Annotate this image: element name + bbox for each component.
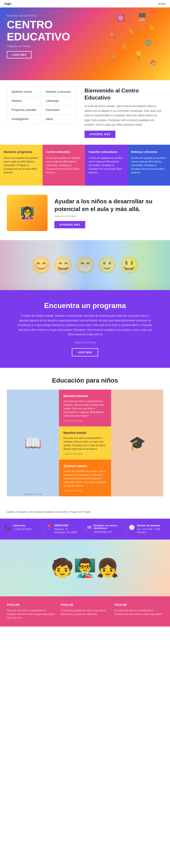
mission-credit: Imágenes de Freepik bbox=[63, 453, 107, 455]
large-image-icon: 🧒👨‍🏫👧 bbox=[51, 557, 119, 579]
info-item-0: 📞 Llama hoy +1 (234) 567-8910 bbox=[2, 524, 44, 534]
who-title: Quienes somos bbox=[63, 464, 107, 468]
nav-table-cell[interactable]: Historia bbox=[7, 96, 41, 105]
info-content-0: Llama hoy +1 (234) 567-8910 bbox=[13, 524, 32, 531]
history-credit: Imágenes de Freepik bbox=[63, 420, 107, 422]
info-icon-0: 📞 bbox=[4, 525, 11, 530]
mission-text: Duis aute irure dolor in reprehenderit i… bbox=[63, 436, 107, 451]
potential-subtitle: Imágenes de Freepik bbox=[54, 215, 163, 217]
search-icon: 🔍 bbox=[110, 32, 116, 38]
bottom-text-section: pariatur. Excepteur sint occaecat cupida… bbox=[0, 505, 170, 519]
program-title-0: Nuestros programas bbox=[4, 150, 39, 154]
logo: logo bbox=[4, 2, 11, 5]
find-program-subtitle: Imágenes de Freepja bbox=[7, 341, 163, 344]
program-title-1: Centro educativo bbox=[46, 150, 82, 154]
welcome-btn[interactable]: APRENDE MÁS bbox=[85, 131, 115, 138]
info-icon-2: ✉ bbox=[87, 525, 91, 530]
mission-title: Nuestra misión bbox=[63, 431, 107, 435]
find-program-text: A través de nuestro trabajo, estamos con… bbox=[17, 313, 153, 337]
nav-table-section: Quiénes somosNoticias y recursosHistoria… bbox=[0, 80, 170, 145]
edu-image-right: 🎓 bbox=[111, 390, 163, 496]
hero-title: CENTROEDUCATIVO bbox=[7, 19, 70, 43]
program-card-0: Nuestros programas Ut enim ad cupidatat … bbox=[0, 145, 43, 186]
hero-subtitle: Imágenes de Freepik bbox=[7, 45, 52, 48]
program-text-2: Ut enim ad cupidatat non proident, sunt … bbox=[89, 156, 124, 175]
find-program-btn[interactable]: LEER MÁS bbox=[72, 348, 98, 356]
welcome-text: Ut enim ad minim veniam, quis nostrud ex… bbox=[85, 104, 163, 127]
pencil-icon: ✏️ bbox=[128, 28, 134, 34]
footer-title-col3: TITULAR bbox=[114, 603, 163, 607]
education-section: Educación para niños 📖 Imágenes de Freep… bbox=[0, 368, 170, 505]
book-icon: 📚 bbox=[150, 60, 157, 66]
program-text-1: Ut enim ad cupidatat non proident, sunt … bbox=[46, 156, 82, 175]
potential-btn[interactable]: APRENDE MÁS bbox=[54, 221, 85, 228]
lightbulb-icon: 💡 bbox=[134, 51, 143, 59]
history-title: Nuestra historia bbox=[63, 394, 107, 398]
program-text-0: Ut enim ad cupidatat non proident, sunt … bbox=[4, 156, 39, 175]
potential-title: Ayudar a los niños a desarrollar su pote… bbox=[54, 198, 163, 213]
info-value-2: info@sample.com bbox=[94, 530, 124, 534]
programs-section: Nuestros programas Ut enim ad cupidatat … bbox=[0, 145, 170, 186]
nav-table-cell[interactable]: Ideas bbox=[41, 115, 75, 124]
teacher-icon: 👩‍🏫 bbox=[20, 206, 34, 219]
potential-image: 👩‍🏫 bbox=[7, 195, 48, 231]
info-icon-3: 🕐 bbox=[129, 525, 135, 530]
info-content-1: DIRECCIÓN Alejandro, 12Washington DC 228… bbox=[54, 524, 77, 534]
info-content-2: Envíanos un correo electrónico info@samp… bbox=[94, 524, 124, 534]
flask-icon: 🧪 bbox=[110, 55, 116, 61]
monitor-icon: 🖥️ bbox=[137, 12, 147, 22]
nav-table-cell[interactable]: Educación bbox=[41, 105, 75, 115]
history-text: Duis aute irure dolor in reprehenderit i… bbox=[63, 400, 107, 418]
find-program-section: Encuentra un programa A través de nuestr… bbox=[0, 290, 170, 368]
nav-table-cell[interactable]: Proyectos actuales bbox=[7, 105, 41, 115]
program-card-2: Soporte comunitario Ut enim ad cupidatat… bbox=[85, 145, 128, 186]
program-title-2: Soporte comunitario bbox=[89, 150, 124, 154]
who-text: Ut enim ad cupidatat non proident, sunt … bbox=[63, 470, 107, 488]
site-footer: TITULAR Duis aute irure dolor in reprehe… bbox=[0, 596, 170, 626]
large-image: 🧒👨‍🏫👧 bbox=[0, 539, 170, 596]
student-reading-icon: 📖 bbox=[25, 435, 41, 451]
edu-image-left: 📖 Imágenes de Freepik bbox=[7, 390, 59, 496]
nav-table-cell[interactable]: Quiénes somos bbox=[7, 87, 41, 96]
atom-icon: ⚛️ bbox=[117, 14, 125, 22]
nav-table-cell[interactable]: Noticias y recursos bbox=[41, 87, 75, 96]
footer-text-col3: Duis aute irure dolor in reprehenderit i… bbox=[114, 609, 163, 616]
edu-card-who: Quienes somos Ut enim ad cupidatat non p… bbox=[59, 460, 111, 496]
potential-content: Ayudar a los niños a desarrollar su pote… bbox=[54, 198, 163, 228]
info-bar: 📞 Llama hoy +1 (234) 567-8910 📍 DIRECCIÓ… bbox=[0, 519, 170, 539]
info-label-3: Horario de apertura bbox=[137, 524, 160, 527]
info-item-3: 🕐 Horario de apertura Lun - Vie 19:00 - … bbox=[126, 524, 168, 534]
edu-card-history: Nuestra historia Duis aute irure dolor i… bbox=[59, 390, 111, 426]
info-item-2: ✉ Envíanos un correo electrónico info@sa… bbox=[85, 524, 126, 534]
info-value-0: +1 (234) 567-8910 bbox=[13, 528, 32, 531]
potential-section: 👩‍🏫 Ayudar a los niños a desarrollar su … bbox=[0, 186, 170, 240]
students-icon: 🎓 bbox=[129, 435, 146, 451]
nav-table-cell[interactable]: Investigación bbox=[7, 115, 41, 124]
edu-center-bottom: Nuestra misión Duis aute irure dolor in … bbox=[59, 426, 111, 496]
bottom-text: pariatur. Excepteur sint occaecat cupida… bbox=[7, 510, 163, 514]
pencil2-icon: ✏️ bbox=[121, 44, 127, 50]
info-value-1: Alejandro, 12Washington DC 22805 bbox=[54, 528, 77, 534]
info-item-1: 📍 DIRECCIÓN Alejandro, 12Washington DC 2… bbox=[44, 524, 85, 534]
info-label-1: DIRECCIÓN bbox=[54, 524, 77, 527]
footer-title-col2: TITULAR bbox=[60, 603, 110, 607]
footer-col1: TITULAR Duis aute irure dolor in reprehe… bbox=[7, 603, 56, 620]
footer-col3: TITULAR Duis aute irure dolor in reprehe… bbox=[114, 603, 163, 620]
footer-title-col1: TITULAR bbox=[7, 603, 56, 607]
program-text-3: Ut enim ad cupidatat non proident, sunt … bbox=[131, 156, 167, 175]
kids-banner-gradient bbox=[0, 240, 170, 290]
nav-table: Quiénes somosNoticias y recursosHistoria… bbox=[7, 87, 76, 124]
info-content-3: Horario de apertura Lun - Vie 19:00 - 23… bbox=[137, 524, 160, 534]
header-nav[interactable]: home bbox=[158, 2, 166, 5]
who-credit: Imágenes de Freepik bbox=[63, 490, 107, 492]
site-header: logo home bbox=[0, 0, 170, 7]
welcome-title: Bienvenido al Centro Educativo bbox=[85, 87, 163, 101]
hero-section: SOBRE NOSOTROS CENTROEDUCATIVO Imágenes … bbox=[0, 7, 170, 80]
nav-table-cell[interactable]: Liderazgo bbox=[41, 96, 75, 105]
welcome-content: Bienvenido al Centro Educativo Ut enim a… bbox=[85, 87, 163, 138]
find-program-title: Encuentra un programa bbox=[7, 302, 163, 310]
info-icon-1: 📍 bbox=[46, 525, 52, 530]
hero-btn[interactable]: LEER MÁS bbox=[7, 51, 32, 58]
footer-text-col1: Duis aute irure dolor in reprehenderit i… bbox=[7, 609, 56, 620]
education-title: Educación para niños bbox=[7, 377, 163, 384]
